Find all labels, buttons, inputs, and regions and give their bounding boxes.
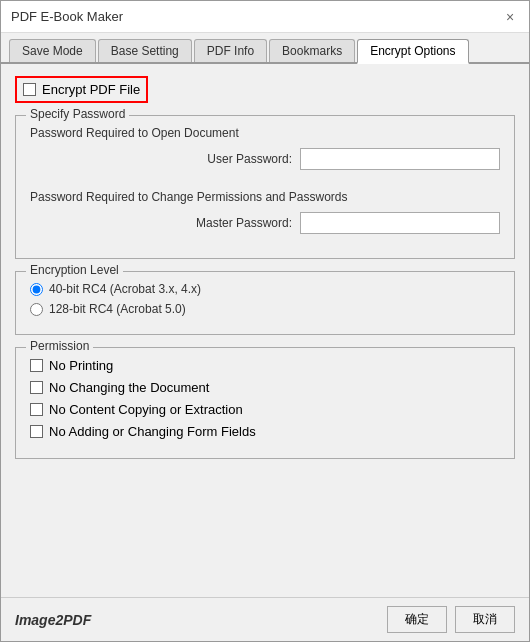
rc4-40-radio[interactable] [30, 283, 43, 296]
tab-encrypt-options[interactable]: Encrypt Options [357, 39, 468, 64]
no-changing-row: No Changing the Document [30, 380, 500, 395]
no-printing-row: No Printing [30, 358, 500, 373]
specify-password-legend: Specify Password [26, 107, 129, 121]
encrypt-pdf-label: Encrypt PDF File [42, 82, 140, 97]
no-changing-checkbox[interactable] [30, 381, 43, 394]
rc4-40-label: 40-bit RC4 (Acrobat 3.x, 4.x) [49, 282, 201, 296]
no-form-fields-label: No Adding or Changing Form Fields [49, 424, 256, 439]
permission-group: Permission No Printing No Changing the D… [15, 347, 515, 459]
no-printing-label: No Printing [49, 358, 113, 373]
master-password-section: Password Required to Change Permissions … [30, 190, 500, 234]
tab-bar: Save Mode Base Setting PDF Info Bookmark… [1, 33, 529, 64]
rc4-128-label: 128-bit RC4 (Acrobat 5.0) [49, 302, 186, 316]
close-button[interactable]: × [501, 8, 519, 26]
footer-buttons: 确定 取消 [387, 606, 515, 633]
user-password-section: Password Required to Open Document User … [30, 126, 500, 170]
main-window: PDF E-Book Maker × Save Mode Base Settin… [0, 0, 530, 642]
cancel-button[interactable]: 取消 [455, 606, 515, 633]
window-title: PDF E-Book Maker [11, 9, 123, 24]
encrypt-checkbox-row: Encrypt PDF File [15, 76, 148, 103]
title-bar: PDF E-Book Maker × [1, 1, 529, 33]
tab-save-mode[interactable]: Save Mode [9, 39, 96, 62]
permission-legend: Permission [26, 339, 93, 353]
no-copying-row: No Content Copying or Extraction [30, 402, 500, 417]
user-password-section-label: Password Required to Open Document [30, 126, 500, 140]
user-password-label: User Password: [207, 152, 292, 166]
no-copying-label: No Content Copying or Extraction [49, 402, 243, 417]
tab-bookmarks[interactable]: Bookmarks [269, 39, 355, 62]
no-printing-checkbox[interactable] [30, 359, 43, 372]
encryption-level-legend: Encryption Level [26, 263, 123, 277]
user-password-row: User Password: [30, 148, 500, 170]
master-password-label: Master Password: [196, 216, 292, 230]
master-password-row: Master Password: [30, 212, 500, 234]
encryption-level-group: Encryption Level 40-bit RC4 (Acrobat 3.x… [15, 271, 515, 335]
footer: Image2PDF 确定 取消 [1, 597, 529, 641]
master-password-section-label: Password Required to Change Permissions … [30, 190, 500, 204]
encrypt-pdf-checkbox[interactable] [23, 83, 36, 96]
content-area: Encrypt PDF File Specify Password Passwo… [1, 64, 529, 597]
rc4-128-row: 128-bit RC4 (Acrobat 5.0) [30, 302, 500, 316]
brand-label: Image2PDF [15, 612, 91, 628]
user-password-input[interactable] [300, 148, 500, 170]
tab-pdf-info[interactable]: PDF Info [194, 39, 267, 62]
master-password-input[interactable] [300, 212, 500, 234]
tab-base-setting[interactable]: Base Setting [98, 39, 192, 62]
rc4-40-row: 40-bit RC4 (Acrobat 3.x, 4.x) [30, 282, 500, 296]
rc4-128-radio[interactable] [30, 303, 43, 316]
ok-button[interactable]: 确定 [387, 606, 447, 633]
no-changing-label: No Changing the Document [49, 380, 209, 395]
specify-password-group: Specify Password Password Required to Op… [15, 115, 515, 259]
no-form-fields-checkbox[interactable] [30, 425, 43, 438]
no-copying-checkbox[interactable] [30, 403, 43, 416]
no-form-fields-row: No Adding or Changing Form Fields [30, 424, 500, 439]
